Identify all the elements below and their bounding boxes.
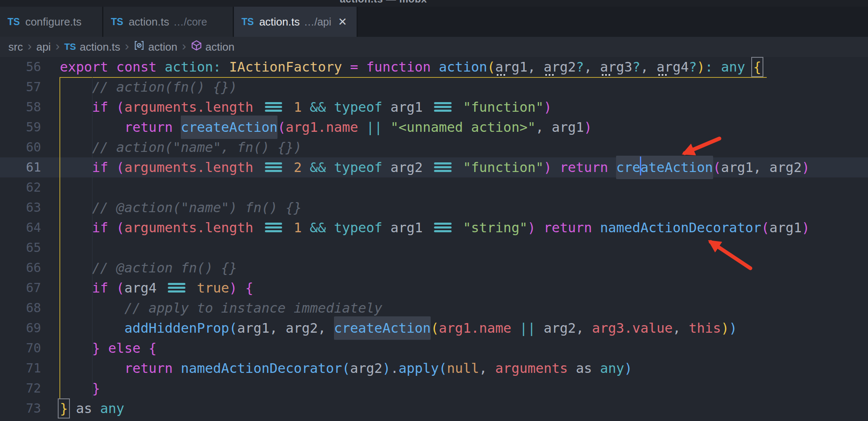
tab-configure-ts[interactable]: TSconfigure.ts: [0, 7, 103, 37]
tab-action-ts-core[interactable]: TSaction.ts…/core: [103, 7, 234, 37]
code-token: }: [92, 380, 100, 396]
code-token: null: [447, 360, 479, 376]
code-token: ): [624, 360, 632, 376]
code-token: [383, 99, 390, 115]
code-token: [302, 99, 310, 115]
tab-label: action.ts: [128, 15, 169, 28]
code-token: arg2: [390, 159, 423, 175]
code-token: ): [801, 220, 809, 236]
code-token: arg1: [552, 119, 584, 135]
code-line-60[interactable]: 60 // action("name", fn() {}): [0, 137, 868, 157]
breadcrumb-item-action.ts[interactable]: TSaction.ts: [64, 41, 120, 54]
line-number[interactable]: 58: [0, 97, 41, 117]
code-line-66[interactable]: 66 // @action fn() {}: [0, 258, 868, 278]
code-text: [41, 177, 868, 198]
code-token: [592, 360, 600, 376]
code-line-63[interactable]: 63 // @action("name") fn() {}: [0, 198, 868, 218]
code-token: any: [100, 400, 124, 416]
code-token: (: [116, 220, 124, 236]
editor[interactable]: 56export const action: IActionFactory = …: [0, 57, 868, 421]
code-token: [423, 220, 431, 236]
code-line-57[interactable]: 57 // action(fn() {}): [0, 77, 868, 97]
code-token: arg1.name: [285, 119, 358, 135]
code-line-68[interactable]: 68 // apply to instance immediately: [0, 298, 868, 318]
code-line-58[interactable]: 58 if (arguments.length 1 && typeof arg1…: [0, 97, 868, 117]
code-token: [108, 99, 116, 115]
window-title: action.ts — mobx: [340, 0, 427, 5]
code-line-56[interactable]: 56export const action: IActionFactory = …: [0, 57, 868, 77]
code-token: 2: [294, 159, 302, 175]
breadcrumb-item-src[interactable]: src: [8, 41, 23, 54]
tab-action-ts-api[interactable]: TSaction.ts…/api✕: [234, 7, 358, 37]
line-number[interactable]: 68: [0, 298, 41, 318]
code-token: "<unnamed action>": [390, 119, 536, 135]
breadcrumb-item-action[interactable]: action: [134, 40, 177, 54]
code-token: ,: [479, 360, 496, 376]
line-number[interactable]: 60: [0, 137, 41, 157]
code-token: [358, 119, 366, 135]
line-number[interactable]: 56: [0, 57, 41, 77]
code-token: [326, 220, 334, 236]
breadcrumb-item-api[interactable]: api: [36, 41, 51, 54]
code-token: :: [213, 59, 221, 75]
code-token: [383, 159, 390, 175]
code-token: (: [229, 320, 237, 336]
code-line-65[interactable]: 65: [0, 238, 868, 258]
code-line-72[interactable]: 72 }: [0, 378, 868, 398]
code-token: [536, 220, 544, 236]
code-token: any: [721, 59, 745, 75]
code-line-73[interactable]: 73} as any: [0, 398, 868, 418]
line-number[interactable]: 69: [0, 318, 41, 338]
code-token: ): [527, 220, 535, 236]
code-line-69[interactable]: 69 addHiddenProp(arg1, arg2, createActio…: [0, 318, 868, 338]
breadcrumb-item-action[interactable]: action: [191, 40, 234, 54]
code-token: // @action fn() {}: [92, 260, 237, 276]
code-text: } as any: [41, 398, 868, 418]
code-line-61[interactable]: 61 if (arguments.length 2 && typeof arg2…: [0, 157, 868, 177]
code-token: arg1: [495, 59, 527, 75]
line-number[interactable]: 73: [0, 398, 41, 418]
code-token: ): [729, 320, 737, 336]
word-highlight: createAction: [334, 316, 431, 340]
code-token: [434, 226, 452, 228]
line-number[interactable]: 70: [0, 338, 41, 358]
code-token: &&: [310, 99, 326, 115]
code-token: [265, 106, 282, 108]
line-number[interactable]: 61: [0, 157, 41, 177]
code-token: [434, 106, 452, 108]
code-line-59[interactable]: 59 return createAction(arg1.name || "<un…: [0, 117, 868, 137]
code-line-62[interactable]: 62: [0, 177, 868, 198]
code-token: if: [92, 280, 108, 296]
line-number[interactable]: 63: [0, 198, 41, 218]
code-token: (: [342, 360, 350, 376]
code-token: [455, 220, 463, 236]
line-number[interactable]: 64: [0, 218, 41, 238]
line-number[interactable]: 67: [0, 278, 41, 298]
code-token: arg1: [390, 220, 423, 236]
code-token: [326, 159, 334, 175]
code-token: 1: [294, 220, 302, 236]
code-token: arg4: [124, 280, 157, 296]
close-icon[interactable]: ✕: [338, 16, 347, 27]
code-token: arguments.length: [124, 159, 253, 175]
code-token: arg2: [769, 159, 801, 175]
line-number[interactable]: 57: [0, 77, 41, 97]
line-number[interactable]: 72: [0, 378, 41, 398]
line-number[interactable]: 66: [0, 258, 41, 278]
code-line-67[interactable]: 67 if (arg4 true) {: [0, 278, 868, 298]
code-token: [383, 220, 390, 236]
code-line-71[interactable]: 71 return namedActionDecorator(arg2).app…: [0, 358, 868, 378]
code-text: addHiddenProp(arg1, arg2, createAction(a…: [41, 318, 868, 338]
code-text: // @action fn() {}: [41, 258, 868, 278]
line-number[interactable]: 62: [0, 177, 41, 198]
code-line-64[interactable]: 64 if (arguments.length 1 && typeof arg1…: [0, 218, 868, 238]
code-token: (: [116, 99, 124, 115]
code-token: [285, 99, 293, 115]
bracket-match: {: [753, 59, 761, 75]
code-line-70[interactable]: 70 } else {: [0, 338, 868, 358]
line-number[interactable]: 59: [0, 117, 41, 137]
code-token: [285, 159, 293, 175]
line-number[interactable]: 65: [0, 238, 41, 258]
line-number[interactable]: 71: [0, 358, 41, 378]
symbol-variable-icon: [134, 40, 148, 54]
